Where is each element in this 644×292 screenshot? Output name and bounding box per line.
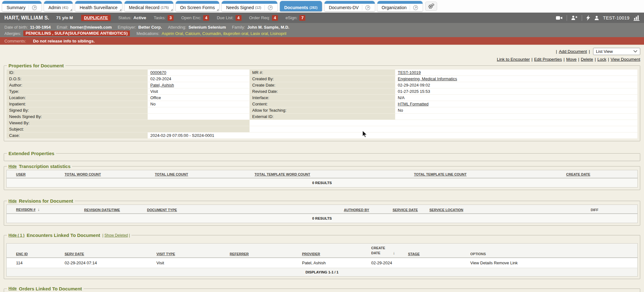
revisions-title: Revisions for Document bbox=[19, 198, 73, 204]
link-to-encounter-link[interactable]: Link to Encounter bbox=[497, 57, 530, 62]
show-deleted-link[interactable]: Show Deleted bbox=[104, 233, 128, 238]
mr-number-link[interactable]: TEST-10019 bbox=[398, 70, 421, 75]
created-by-link[interactable]: Engineering, Medical Informatics bbox=[398, 76, 457, 81]
delete-link[interactable]: Delete bbox=[581, 57, 593, 62]
hide-orders-link[interactable]: Hide bbox=[8, 286, 17, 291]
field-label: ID: bbox=[7, 70, 147, 76]
column-header-revision-datetime[interactable]: REVISION DATE/TIME bbox=[81, 205, 144, 214]
column-header-enc-id[interactable]: ENC ID bbox=[7, 244, 62, 258]
hide-transcription-link[interactable]: Hide bbox=[8, 164, 17, 169]
column-header-create-date[interactable]: CREATE DATE↓ bbox=[368, 244, 405, 258]
tab-label: Needs Signed bbox=[226, 5, 254, 10]
inpatient-value: No bbox=[148, 101, 249, 107]
column-header-provider[interactable]: PROVIDER bbox=[299, 244, 368, 258]
order-req-badge[interactable]: 4 bbox=[272, 15, 278, 21]
hide-revisions-link[interactable]: Hide bbox=[8, 199, 17, 203]
email-label: Email: bbox=[57, 25, 68, 30]
due-list-badge[interactable]: 4 bbox=[236, 15, 242, 21]
properties-section: Properties for Document ID: 0000670 MR #… bbox=[4, 63, 640, 141]
transcription-statistics-section: Hide Transcription statistics USER TOTAL… bbox=[4, 164, 640, 190]
popout-icon[interactable] bbox=[410, 5, 418, 10]
dob-value: 11-30-1954 bbox=[30, 25, 51, 30]
lock-link[interactable]: Lock bbox=[597, 57, 607, 62]
tasks-badge[interactable]: 3 bbox=[168, 15, 174, 21]
comments-bar: Comments: Do not release info to sibling… bbox=[0, 37, 644, 45]
view-mode-select[interactable]: List View bbox=[593, 48, 640, 55]
column-header-total-template-line-count[interactable]: TOTAL TEMPLATE LINE COUNT bbox=[411, 170, 563, 178]
column-header-serv-date[interactable]: SERV DATE bbox=[62, 244, 153, 258]
tab-label: Documents-DV bbox=[329, 5, 359, 10]
column-header-referrer[interactable]: REFERRER bbox=[227, 244, 299, 258]
options-cell: View Details Remove Link bbox=[467, 258, 638, 268]
tab-on-screen-forms[interactable]: On Screen Forms bbox=[176, 1, 219, 11]
external-id-value bbox=[395, 114, 637, 120]
column-header-total-line-count[interactable]: TOTAL LINE COUNT bbox=[152, 170, 252, 178]
tab-health-surveillance[interactable]: Health Surveillance bbox=[75, 1, 122, 11]
column-header-document-type[interactable]: DOCUMENT TYPE bbox=[144, 205, 341, 214]
medications-list[interactable]: Aspirin Oral, Calcium, Coumadin, ibuprof… bbox=[162, 31, 286, 36]
view-mode-value: List View bbox=[596, 49, 613, 54]
field-label: Inpatient: bbox=[7, 101, 147, 107]
view-details-link[interactable]: View Details bbox=[470, 261, 493, 265]
column-header-user[interactable]: USER bbox=[7, 170, 62, 178]
tab-documents-dv[interactable]: Documents-DV bbox=[325, 1, 375, 11]
tab-summary[interactable]: Summary bbox=[2, 1, 42, 11]
hide-encounters-link[interactable]: Hide ( 1 ) bbox=[8, 233, 25, 238]
popout-icon[interactable] bbox=[29, 5, 37, 10]
status-value: Active bbox=[133, 15, 146, 20]
demographics-row-1: Date of birth: 11-30-1954 Email: horner@… bbox=[4, 24, 640, 30]
document-toolbar: | Add Document | List View bbox=[4, 47, 640, 55]
encounters-section: Hide ( 1 ) Encounters Linked To Document… bbox=[4, 233, 640, 279]
field-label: Subject: bbox=[7, 126, 249, 132]
column-header-service-location[interactable]: SERVICE LOCATION bbox=[426, 205, 588, 214]
tab-documents[interactable]: Documents (282) bbox=[280, 1, 322, 11]
document-action-links: Link to Encounter | Edit Properties | Mo… bbox=[4, 55, 640, 63]
properties-table: ID: 0000670 MR #: TEST-10019 D.O.S: 02-2… bbox=[6, 69, 638, 139]
column-header-visit-type[interactable]: VISIT TYPE bbox=[153, 244, 227, 258]
revisions-section: Hide Revisions for Document REVISION #↓ … bbox=[4, 198, 640, 226]
column-header-revision-number[interactable]: REVISION #↓ bbox=[7, 205, 81, 214]
patient-name: HART, WILLIAM S. bbox=[4, 15, 49, 21]
tab-label: Summary bbox=[7, 5, 25, 10]
tab-needs-signed[interactable]: Needs Signed (12) bbox=[222, 1, 277, 11]
open-enc-badge[interactable]: 4 bbox=[203, 15, 209, 21]
duplicate-flag[interactable]: DUPLICATE bbox=[81, 15, 111, 21]
column-header-total-template-word-count[interactable]: TOTAL TEMPLATE WORD COUNT bbox=[252, 170, 411, 178]
popout-icon[interactable] bbox=[362, 5, 370, 10]
column-header-stage[interactable]: STAGE bbox=[405, 244, 467, 258]
tab-count: (41) bbox=[62, 6, 69, 9]
column-header-service-date[interactable]: SERVICE DATE bbox=[390, 205, 426, 214]
create-date-value: 02-29-2024 09:02 bbox=[395, 82, 637, 88]
flowsheet-chart-icon[interactable] bbox=[634, 15, 640, 21]
tab-count: (282) bbox=[309, 6, 318, 9]
video-call-icon[interactable] bbox=[556, 15, 563, 20]
add-document-link[interactable]: Add Document bbox=[559, 49, 587, 54]
encounters-table: ENC ID SERV DATE VISIT TYPE REFERRER PRO… bbox=[6, 243, 638, 277]
column-header-create-date[interactable]: CREATE DATE bbox=[563, 170, 638, 178]
allergies-badge[interactable]: PENICILLINS , SULFA(SULFONAMIDE ANTIBIOT… bbox=[23, 31, 130, 36]
add-person-icon[interactable] bbox=[571, 15, 578, 20]
author-link[interactable]: Patel, Ashish bbox=[150, 83, 174, 87]
move-link[interactable]: Move bbox=[566, 57, 577, 62]
edit-properties-link[interactable]: Edit Properties bbox=[534, 57, 562, 62]
view-document-link[interactable]: View Document bbox=[611, 57, 640, 62]
field-label: D.O.S: bbox=[7, 76, 147, 82]
popout-icon[interactable] bbox=[264, 5, 273, 10]
tab-organization[interactable]: Organization bbox=[377, 1, 423, 11]
esign-badge[interactable]: 7 bbox=[299, 15, 305, 21]
doc-id-link[interactable]: 0000670 bbox=[150, 70, 166, 75]
field-label: MR #: bbox=[250, 70, 395, 76]
tab-medical-record[interactable]: Medical Record (175) bbox=[125, 1, 173, 11]
remove-link-link[interactable]: Remove Link bbox=[494, 261, 518, 265]
content-format-link[interactable]: HTML Formatted bbox=[398, 102, 429, 106]
tab-admin[interactable]: Admin (41) bbox=[44, 1, 73, 11]
column-header-authored-by[interactable]: AUTHORED BY bbox=[341, 205, 390, 214]
tab-label: Organization bbox=[382, 5, 407, 10]
column-header-total-word-count[interactable]: TOTAL WORD COUNT bbox=[62, 170, 152, 178]
settings-button[interactable] bbox=[425, 2, 437, 11]
person-icon[interactable] bbox=[594, 15, 599, 20]
lightning-icon[interactable] bbox=[586, 15, 590, 21]
tab-label: On Screen Forms bbox=[180, 5, 215, 10]
employer-value: Better Corp. bbox=[138, 25, 162, 30]
sort-desc-icon: ↓ bbox=[38, 207, 40, 212]
